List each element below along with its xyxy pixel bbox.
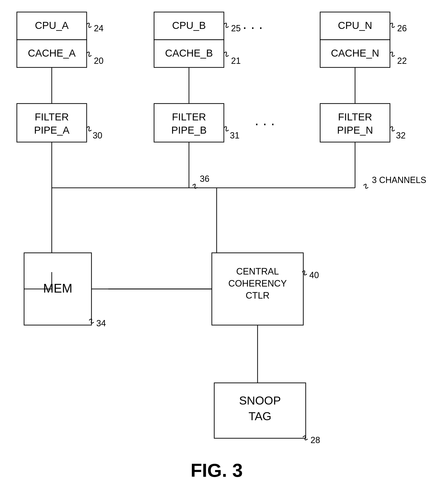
coherency-box	[212, 253, 303, 325]
cache-b-ref: 21	[231, 56, 241, 66]
channels-squiggle	[363, 184, 368, 188]
filter-b-squiggle	[224, 127, 229, 131]
cache-b-squiggle	[224, 52, 229, 56]
bus-ref: 36	[200, 174, 209, 184]
coherency-label1: CENTRAL	[236, 266, 279, 276]
coherency-ref: 40	[309, 270, 319, 280]
filter-n-label2: PIPE_N	[337, 125, 373, 136]
cache-n-ref: 22	[397, 56, 407, 66]
fig-label: FIG. 3	[191, 460, 243, 481]
coherency-label2: COHERENCY	[229, 278, 287, 288]
filter-a-box	[17, 104, 87, 142]
filter-a-label1: FILTER	[35, 111, 69, 123]
filter-n-ref: 32	[396, 131, 406, 140]
filter-b-box	[154, 104, 224, 142]
filter-a-ref: 30	[93, 131, 102, 140]
filter-n-label1: FILTER	[338, 111, 372, 123]
cpu-a-squiggle	[87, 23, 91, 27]
cpu-n-ref: 26	[397, 23, 407, 33]
snoop-tag-label2: TAG	[248, 410, 271, 423]
filter-n-box	[320, 104, 390, 142]
cpu-n-squiggle	[390, 23, 395, 27]
cpu-b-ref: 25	[231, 23, 241, 33]
cache-n-label: CACHE_N	[331, 47, 379, 59]
mem-ref: 34	[96, 318, 106, 328]
filter-b-ref: 31	[230, 131, 239, 140]
cache-a-ref: 20	[94, 56, 104, 66]
cache-a-label: CACHE_A	[28, 47, 76, 59]
snoop-tag-label1: SNOOP	[239, 394, 281, 407]
cache-n-squiggle	[390, 52, 395, 56]
filter-a-squiggle	[87, 127, 91, 131]
cache-a-squiggle	[87, 52, 91, 56]
filter-n-squiggle	[390, 127, 395, 131]
diagram: CPU_A CACHE_A 24 20 CPU_B CACHE_B 25 21 …	[0, 0, 434, 504]
cpu-n-label: CPU_N	[338, 20, 372, 31]
snoop-tag-ref: 28	[310, 435, 320, 445]
cpu-b-label: CPU_B	[172, 20, 206, 31]
coherency-label3: CTLR	[246, 290, 269, 300]
channels-label: 3 CHANNELS	[372, 175, 426, 185]
filter-a-label2: PIPE_A	[34, 125, 69, 136]
cpu-b-squiggle	[224, 23, 229, 27]
dots-top: . . .	[243, 16, 263, 32]
cache-b-label: CACHE_B	[165, 47, 213, 59]
mem-label: MEM	[43, 281, 72, 295]
cpu-a-ref: 24	[94, 23, 104, 33]
filter-b-label2: PIPE_B	[171, 125, 206, 136]
cpu-a-label: CPU_A	[35, 20, 69, 31]
filter-b-label1: FILTER	[172, 111, 206, 123]
dots-middle: . . .	[255, 112, 275, 128]
